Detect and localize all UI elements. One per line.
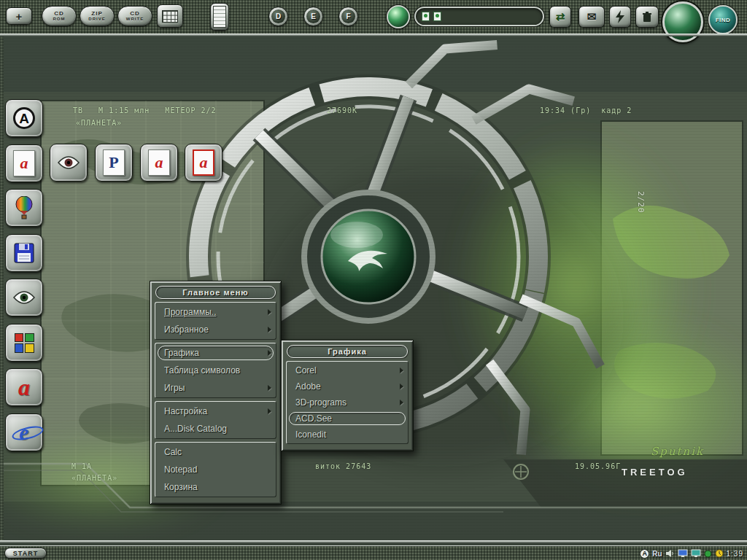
pagemaker-page-icon: P (103, 149, 125, 176)
menu-item-label: Графика (164, 348, 199, 358)
document-icon[interactable] (433, 12, 441, 21)
cdrom-label-top: CD (54, 11, 64, 17)
telemetry-orbit: виток 27643 (315, 462, 371, 470)
keypad-grid-icon (162, 10, 178, 23)
hot-air-balloon-icon (15, 196, 34, 219)
language-indicator[interactable]: Ru (652, 550, 662, 558)
menu-item-label: 3D-programs (295, 397, 347, 408)
drive-e-button[interactable]: E (303, 7, 323, 26)
menu-item-programs[interactable]: Программы.. (155, 303, 276, 321)
menu-item-label: Adobe (295, 381, 321, 392)
network-globe-button[interactable] (387, 5, 410, 28)
refresh-button[interactable]: ⇄ (549, 6, 571, 28)
cd-writer-button[interactable]: CD WRITE (117, 6, 152, 26)
menu-item-disk-catalog[interactable]: A...Disk Catalog (155, 420, 276, 438)
submenu-item-acdsee[interactable]: ACD.See (287, 411, 408, 427)
menu-item-label: Corel (295, 365, 317, 376)
quick-launch-tray[interactable] (414, 7, 544, 26)
antivirus-icon[interactable] (704, 550, 712, 558)
menu-group-tools: Calc Notepad Корзина (155, 442, 276, 497)
clock[interactable]: 1:39 (727, 550, 743, 558)
desktop-icon-acrobat-reader[interactable]: a (140, 144, 178, 182)
mail-button[interactable]: ✉ (578, 6, 605, 28)
start-label: START (13, 550, 38, 557)
desktop-icon-acrobat-red-a[interactable]: a (5, 368, 43, 406)
menu-item-recycle-bin[interactable]: Корзина (155, 478, 276, 496)
menu-item-graphics[interactable]: Графика (155, 344, 276, 362)
menu-item-label: Iconedit (295, 429, 326, 440)
trash-icon (641, 11, 653, 23)
scheduler-clock-icon[interactable] (715, 549, 724, 558)
menu-item-notepad[interactable]: Notepad (155, 461, 276, 478)
submenu-arrow-icon (268, 408, 271, 414)
desktop-icon-save[interactable] (5, 234, 43, 272)
frame-number: 2/20 (636, 191, 646, 214)
menu-group-settings: Настройка A...Disk Catalog (155, 401, 276, 439)
treetog-watermark: TREETOG (622, 467, 688, 478)
notepad-button[interactable] (210, 3, 229, 31)
submenu-item-iconedit[interactable]: Iconedit (287, 427, 408, 443)
desktop-icon-acdsee[interactable]: A (5, 99, 43, 137)
desktop-icon-pagemaker[interactable]: P (95, 144, 133, 182)
desktop-icon-acrobat-distiller[interactable]: a (185, 144, 222, 182)
volume-icon[interactable] (665, 549, 675, 558)
submenu-item-corel[interactable]: Corel (287, 362, 408, 378)
plus-icon: + (16, 10, 23, 23)
menu-item-calc[interactable]: Calc (155, 443, 276, 461)
zip-label-bottom: DRIVE (88, 17, 105, 21)
desktop-icon-viewer[interactable] (5, 279, 43, 316)
menu-item-settings[interactable]: Настройка (155, 402, 276, 420)
submenu-arrow-icon (268, 385, 271, 391)
desktop-icon-iconedit[interactable] (5, 324, 43, 362)
menu-item-charmap[interactable]: Таблица символов (155, 362, 276, 379)
adobe-a-glyph: a (20, 154, 28, 173)
desktop: ТВ М 1:15 млн МЕТЕОР 2/2 27690К 19:34 (Г… (0, 0, 747, 560)
drive-f-letter: F (341, 9, 355, 23)
drive-d-button[interactable]: D (268, 7, 288, 26)
power-actions-button[interactable] (609, 6, 631, 28)
taskbar: START A Ru 1:39 (0, 545, 747, 560)
telemetry-planet-bottom: «ПЛАНЕТА» (71, 474, 117, 482)
zip-drive-button[interactable]: ZIP DRIVE (80, 6, 115, 26)
zip-label-top: ZIP (91, 11, 102, 17)
telemetry-planet-top: «ПЛАНЕТА» (76, 119, 122, 127)
menu-item-games[interactable]: Игры (155, 379, 276, 397)
telemetry-top-mid: 27690К (327, 106, 357, 114)
submenu-item-adobe[interactable]: Adobe (287, 378, 408, 394)
recycle-bin-button[interactable] (635, 6, 659, 28)
cdrom-label-bottom: ROM (53, 17, 66, 21)
find-label: FIND (716, 17, 731, 23)
desktop-icon-image-viewer[interactable] (50, 144, 88, 182)
find-button[interactable]: FIND (708, 5, 738, 34)
submenu-arrow-icon (400, 400, 403, 405)
telemetry-bottom-left: М 1А (71, 462, 92, 470)
left-edge-strip (0, 36, 4, 540)
submenu-arrow-icon (268, 309, 271, 315)
refresh-arrows-icon: ⇄ (556, 10, 565, 23)
cdrom-drive-button[interactable]: CD ROM (42, 6, 77, 26)
desktop-icon-internet-explorer[interactable]: e (5, 413, 43, 451)
menu-item-label: A...Disk Catalog (164, 424, 227, 434)
network-icon[interactable] (691, 549, 701, 558)
drive-e-letter: E (306, 9, 320, 23)
calculator-button[interactable] (157, 4, 183, 28)
menu-item-label: ACD.See (295, 413, 332, 424)
display-icon[interactable] (678, 549, 688, 558)
menu-item-label: Calc (164, 447, 182, 457)
menu-item-label: Игры (164, 383, 185, 393)
document-icon[interactable] (422, 12, 430, 21)
eye-icon (57, 155, 80, 171)
desktop-icon-adobe-type-manager[interactable]: a (5, 144, 43, 182)
menu-item-favorites[interactable]: Избранное (155, 321, 276, 338)
start-button[interactable]: START (4, 548, 47, 559)
new-item-button[interactable]: + (6, 7, 32, 25)
desktop-icon-corel[interactable] (5, 189, 43, 227)
submenu-item-3d-programs[interactable]: 3D-programs (287, 394, 408, 411)
menu-item-label: Таблица символов (164, 365, 240, 376)
drive-f-button[interactable]: F (338, 7, 358, 26)
submenu-group: Corel Adobe 3D-programs ACD.See Iconedit (286, 361, 409, 444)
toolbar-bottom-rail (0, 34, 747, 36)
red-a-icon: a (18, 374, 30, 401)
system-tray: A Ru 1:39 (640, 547, 743, 560)
tray-agent-icon[interactable]: A (640, 549, 649, 559)
